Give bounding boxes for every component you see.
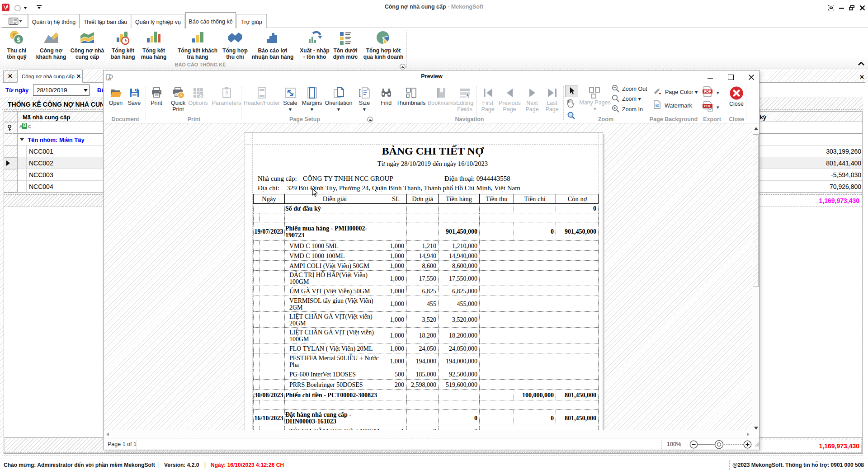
svg-text:PDF: PDF [704, 89, 711, 94]
svg-text:$: $ [17, 36, 21, 43]
svg-text:PDF: PDF [704, 104, 711, 108]
svg-text:?: ? [225, 90, 228, 97]
